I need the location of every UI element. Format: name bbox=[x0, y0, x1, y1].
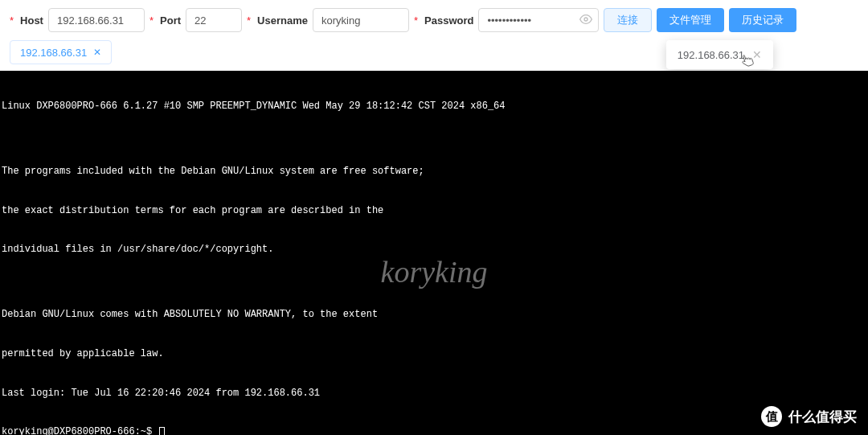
connection-toolbar: * Host * Port * Username * Password 连接 文… bbox=[0, 0, 868, 40]
required-star: * bbox=[149, 14, 154, 27]
host-field-group: * Host bbox=[10, 8, 145, 32]
brand-badge-icon: 值 bbox=[761, 406, 782, 427]
terminal-cursor bbox=[159, 427, 165, 435]
password-field-group: * Password bbox=[414, 8, 599, 32]
connect-button[interactable]: 连接 bbox=[604, 8, 652, 32]
terminal-line: the exact distribution terms for each pr… bbox=[0, 204, 868, 217]
file-manager-button[interactable]: 文件管理 bbox=[657, 8, 724, 32]
history-button[interactable]: 历史记录 bbox=[729, 8, 796, 32]
close-icon[interactable]: ✕ bbox=[93, 47, 101, 58]
port-label: Port bbox=[160, 14, 181, 27]
host-label: Host bbox=[20, 14, 43, 27]
password-input-wrap bbox=[478, 8, 599, 32]
history-item[interactable]: 192.168.66.31 bbox=[678, 49, 744, 61]
terminal-prompt: koryking@DXP6800PRO-666:~$ bbox=[2, 426, 158, 435]
history-popup: 192.168.66.31 ✕ bbox=[666, 40, 773, 69]
username-field-group: * Username bbox=[247, 8, 409, 32]
brand-text: 什么值得买 bbox=[788, 408, 857, 426]
required-star: * bbox=[10, 14, 14, 27]
terminal-line: Debian GNU/Linux comes with ABSOLUTELY N… bbox=[0, 308, 868, 321]
terminal-output[interactable]: Linux DXP6800PRO-666 6.1.27 #10 SMP PREE… bbox=[0, 71, 868, 435]
username-input[interactable] bbox=[313, 8, 409, 32]
password-label: Password bbox=[424, 14, 473, 27]
terminal-prompt-line: koryking@DXP6800PRO-666:~$ bbox=[0, 425, 868, 435]
watermark: koryking bbox=[381, 251, 488, 292]
terminal-line: permitted by applicable law. bbox=[0, 347, 868, 360]
session-tab[interactable]: 192.168.66.31 ✕ bbox=[10, 40, 112, 64]
username-label: Username bbox=[257, 14, 308, 27]
required-star: * bbox=[414, 14, 418, 27]
terminal-line: individual files in /usr/share/doc/*/cop… bbox=[0, 243, 868, 256]
required-star: * bbox=[247, 14, 251, 27]
close-icon[interactable]: ✕ bbox=[752, 48, 762, 61]
terminal-line: The programs included with the Debian GN… bbox=[0, 165, 868, 178]
terminal-line: Linux DXP6800PRO-666 6.1.27 #10 SMP PREE… bbox=[0, 100, 868, 113]
terminal-line: Last login: Tue Jul 16 22:20:46 2024 fro… bbox=[0, 387, 868, 400]
port-field-group: * Port bbox=[149, 8, 242, 32]
port-input[interactable] bbox=[186, 8, 242, 32]
session-tab-label: 192.168.66.31 bbox=[20, 47, 87, 59]
host-input[interactable] bbox=[48, 8, 145, 32]
svg-point-0 bbox=[584, 18, 588, 21]
eye-icon[interactable] bbox=[579, 13, 592, 28]
footer-brand: 值 什么值得买 bbox=[761, 406, 857, 427]
